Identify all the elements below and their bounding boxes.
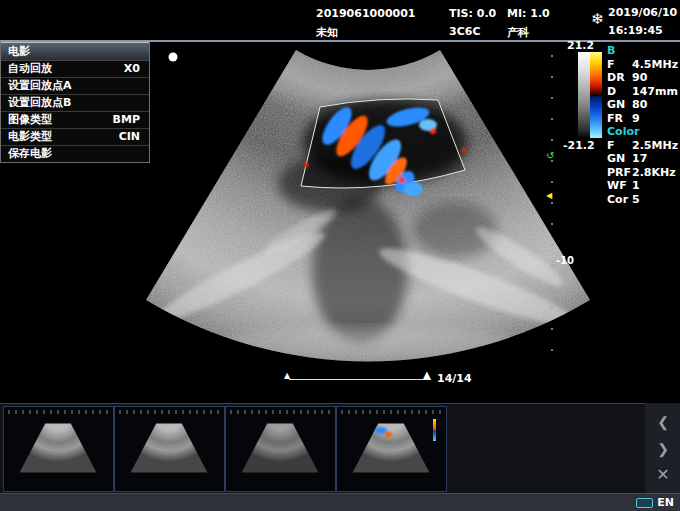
thumbnail-4[interactable] [336,406,447,492]
param-row: GN80 [607,98,678,112]
thumbnails-close-button[interactable]: ✕ [654,466,672,484]
param-row: DR90 [607,71,678,85]
thumbnail-1[interactable] [3,406,114,492]
green-rotate-icon: ↺ [546,150,554,161]
param-row: F4.5MHz [607,58,678,72]
keyboard-icon [636,498,653,508]
patient-name: 未知 [316,25,338,40]
param-row: D147mm [607,85,678,99]
patient-id: 2019061000001 [316,7,416,20]
system-time: 16:19:45 [608,24,663,37]
focus-marker-icon[interactable]: ◀ [546,191,552,200]
thumbnail-image [18,421,98,481]
exam-type: 产科 [507,25,529,40]
parameter-panel: B F4.5MHz DR90 D147mm GN80 FR9 Color F2.… [607,44,678,206]
b-mode-label: B [607,44,678,58]
thumbnail-image [351,421,431,481]
thumbnail-doppler-speck [385,432,392,437]
colorbar-min: -21.2 [563,139,595,152]
grayscale-bar [578,52,590,138]
probe-model: 3C6C [449,25,480,38]
doppler-colorbar [590,52,602,138]
top-info-bar: 2019061000001 未知 TIS: 0.0 3C6C MI: 1.0 产… [0,0,680,40]
system-date: 2019/06/10 [608,6,677,19]
color-mode-label: Color [607,125,678,139]
slider-handle[interactable]: ▲ [423,369,431,380]
mi-value: MI: 1.0 [507,7,550,20]
thumbnail-nav-column: ❮ ❯ ✕ [645,403,680,493]
depth-label: -10 [556,255,574,266]
depth-ruler [551,55,554,351]
param-row: F2.5MHz [607,139,678,153]
param-row: Cor5 [607,193,678,207]
param-row: PRF2.8KHz [607,166,678,180]
cine-slider-track[interactable] [289,379,431,380]
thumbnail-3[interactable] [225,406,336,492]
thumbnails-next-button[interactable]: ❯ [654,440,672,458]
thumbnails-prev-button[interactable]: ❮ [654,413,672,431]
thumbnail-colorbar [433,419,436,441]
orientation-marker-dot [169,53,178,62]
param-row: FR9 [607,112,678,126]
thumbnail-strip [0,403,680,494]
colorbar-max: 21.2 [567,39,594,52]
thumbnail-2[interactable] [114,406,225,492]
frame-counter: 14/14 [437,372,472,385]
language-indicator[interactable]: EN [657,496,674,509]
thumbnail-image [129,421,209,481]
status-bar: EN [0,493,680,511]
slider-start-marker[interactable]: ▲ [284,371,290,380]
param-row: GN17 [607,152,678,166]
tis-value: TIS: 0.0 [449,7,496,20]
param-row: WF1 [607,179,678,193]
freeze-icon: ❄ [591,10,604,28]
thumbnail-image [240,421,320,481]
